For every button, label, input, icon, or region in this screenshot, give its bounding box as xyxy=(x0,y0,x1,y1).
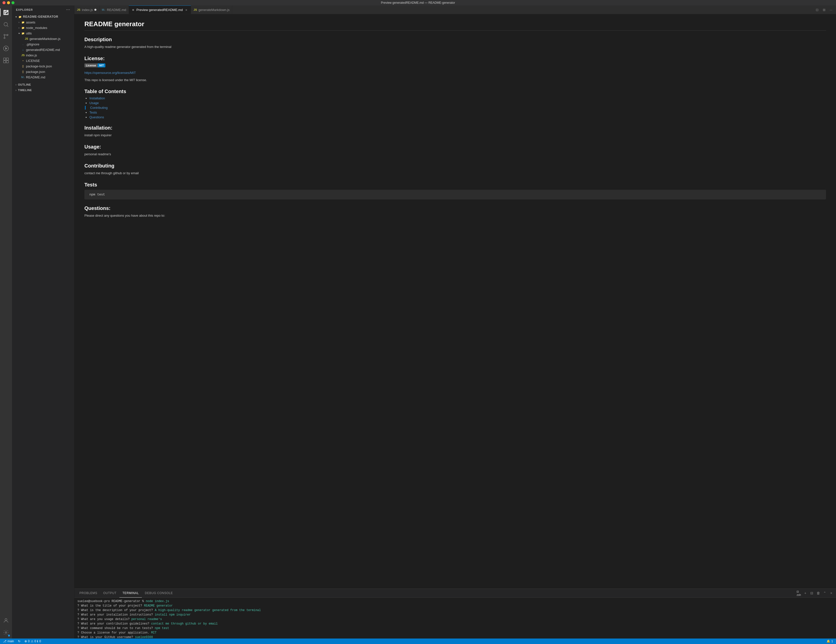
tab-output[interactable]: OUTPUT xyxy=(100,589,119,598)
tab-terminal[interactable]: TERMINAL xyxy=(119,589,142,598)
branch-name: main xyxy=(8,639,14,643)
preview-toc-heading: Table of Contents xyxy=(84,89,826,95)
terminal-prompt-line: suelee@suebook-pro README-generator % no… xyxy=(77,599,833,603)
assets-arrow xyxy=(17,20,21,24)
preview-tests-heading: Tests xyxy=(84,182,826,188)
tab-preview[interactable]: ⊕ Preview generatedREADME.md × xyxy=(129,5,191,14)
tree-item-readme[interactable]: M↓ README.md xyxy=(12,74,74,80)
minimize-button[interactable] xyxy=(7,1,10,4)
svg-point-10 xyxy=(5,632,7,633)
warnings-count: 0 xyxy=(34,639,36,643)
errors-indicator[interactable]: ⊗ 0 ⚠ 0 ℹ 0 xyxy=(23,639,42,643)
index-js-icon: JS xyxy=(21,53,25,57)
tree-item-node-modules[interactable]: 📁 node_modules xyxy=(12,25,74,31)
toc-link-questions[interactable]: Questions xyxy=(90,115,104,119)
svg-point-2 xyxy=(4,34,5,36)
branch-indicator[interactable]: ⎇ main xyxy=(2,639,15,643)
terminal-trash-button[interactable]: 🗑 xyxy=(816,590,821,596)
tab-readme-icon: M↓ xyxy=(102,8,105,11)
tree-item-index-js[interactable]: JS index.js xyxy=(12,52,74,58)
svg-point-1 xyxy=(4,23,8,26)
maximize-button[interactable] xyxy=(11,1,15,4)
outline-arrow xyxy=(14,83,18,86)
tab-readme-md[interactable]: M↓ README.md xyxy=(100,5,129,14)
sync-button[interactable]: ↻ xyxy=(17,639,21,643)
terminal-close-button[interactable]: × xyxy=(828,590,834,596)
terminal-content[interactable]: suelee@suebook-pro README-generator % no… xyxy=(74,598,836,639)
split-editor-button[interactable]: ⊡ xyxy=(814,7,820,13)
more-actions-button[interactable]: ··· xyxy=(828,7,834,13)
toc-link-contributing[interactable]: Contributing xyxy=(90,106,108,109)
activity-extensions[interactable] xyxy=(0,54,12,67)
preview-questions-text: Please direct any questions you have abo… xyxy=(84,213,826,218)
tree-item-utils[interactable]: 📁 utils xyxy=(12,31,74,36)
tab-problems[interactable]: PROBLEMS xyxy=(77,589,100,598)
terminal-q8: ? What is your GitHub username? suelee03… xyxy=(77,635,833,639)
preview-questions-heading: Questions: xyxy=(84,205,826,211)
tree-item-gitignore[interactable]: ⬦ .gitignore xyxy=(12,41,74,47)
notifications-button[interactable]: 🔔 1 xyxy=(826,639,834,643)
file-tree: 📁 README-GENERATOR 📁 assets 📁 node_modul… xyxy=(12,14,74,639)
activity-explorer[interactable] xyxy=(0,7,12,18)
window-controls[interactable] xyxy=(3,1,15,4)
root-folder[interactable]: 📁 README-GENERATOR xyxy=(12,14,74,20)
tab-preview-close[interactable]: × xyxy=(184,8,188,12)
status-right: 🔔 1 xyxy=(826,639,834,643)
layout-button[interactable]: ⊞ xyxy=(821,7,827,13)
license-badge: License MIT xyxy=(84,64,105,67)
errors-icon: ⊗ xyxy=(24,639,27,643)
preview-license-heading: License: xyxy=(84,55,826,61)
tree-item-package-lock[interactable]: {} package-lock.json xyxy=(12,64,74,69)
activity-bar: 1 xyxy=(0,5,12,639)
license-badge-left: License xyxy=(84,64,98,67)
license-url-link[interactable]: https://opensource.org/licenses/MIT xyxy=(84,71,136,75)
activity-account[interactable] xyxy=(0,615,12,626)
tree-item-license[interactable]: ⭑ LICENSE xyxy=(12,58,74,64)
utils-arrow xyxy=(17,31,21,35)
tree-item-assets[interactable]: 📁 assets xyxy=(12,20,74,25)
tree-item-package-json[interactable]: {} package.json xyxy=(12,69,74,74)
toc-item-usage: Usage xyxy=(90,101,826,105)
toc-link-usage[interactable]: Usage xyxy=(90,101,99,105)
activity-search[interactable] xyxy=(0,18,12,31)
toc-link-tests[interactable]: Tests xyxy=(90,111,97,114)
tree-item-generate-markdown[interactable]: JS generateMarkdown.js xyxy=(12,36,74,41)
tests-code-text: npm test xyxy=(90,193,105,196)
sidebar-more-button[interactable]: ··· xyxy=(66,8,70,12)
outline-section[interactable]: OUTLINE xyxy=(12,82,74,87)
tab-generate-markdown[interactable]: JS generateMarkdown.js xyxy=(191,5,232,14)
terminal-maximize-button[interactable]: ⌃ xyxy=(822,590,828,596)
root-folder-icon: 📁 xyxy=(18,15,22,19)
license-icon: ⭑ xyxy=(21,59,25,63)
timeline-section[interactable]: TIMELINE xyxy=(12,87,74,93)
tab-index-js-icon: JS xyxy=(77,8,80,11)
assets-label: assets xyxy=(26,20,36,24)
tab-debug-console[interactable]: DEBUG CONSOLE xyxy=(142,589,176,598)
tab-preview-label: Preview generatedREADME.md xyxy=(136,8,183,12)
preview-usage-text: personal readme's xyxy=(84,152,826,157)
preview-license-text: This repo is licensed under the MIT lice… xyxy=(84,78,826,83)
close-button[interactable] xyxy=(3,1,5,4)
preview-contributing-heading: Contributing xyxy=(84,163,826,169)
assets-icon: 📁 xyxy=(21,20,25,24)
terminal-q2: ? What is the description of your projec… xyxy=(77,608,833,613)
toc-item-tests: Tests xyxy=(90,111,826,114)
activity-run[interactable] xyxy=(0,42,12,54)
timeline-arrow xyxy=(14,88,18,92)
svg-rect-8 xyxy=(6,61,8,63)
toc-item-questions: Questions xyxy=(90,115,826,119)
window-title: Preview generatedREADME.md — README-gene… xyxy=(381,1,455,5)
terminal-split-button[interactable]: ⊟ xyxy=(809,590,815,596)
tree-item-generated-readme[interactable]: ↓ generatedREADME.md xyxy=(12,47,74,52)
preview-description-heading: Description xyxy=(84,37,826,42)
preview-title: README generator xyxy=(84,20,826,31)
outline-label: OUTLINE xyxy=(18,83,31,86)
tab-index-js[interactable]: JS index.js xyxy=(74,5,100,14)
terminal-add-button[interactable]: + xyxy=(803,590,808,596)
preview-pane[interactable]: README generator Description A high-qual… xyxy=(74,14,836,589)
toc-link-installation[interactable]: Installation xyxy=(90,96,105,100)
generate-markdown-label: generateMarkdown.js xyxy=(29,37,60,41)
activity-source-control[interactable] xyxy=(0,31,12,42)
activity-settings[interactable]: 1 xyxy=(0,626,12,639)
timeline-label: TIMELINE xyxy=(18,89,32,91)
